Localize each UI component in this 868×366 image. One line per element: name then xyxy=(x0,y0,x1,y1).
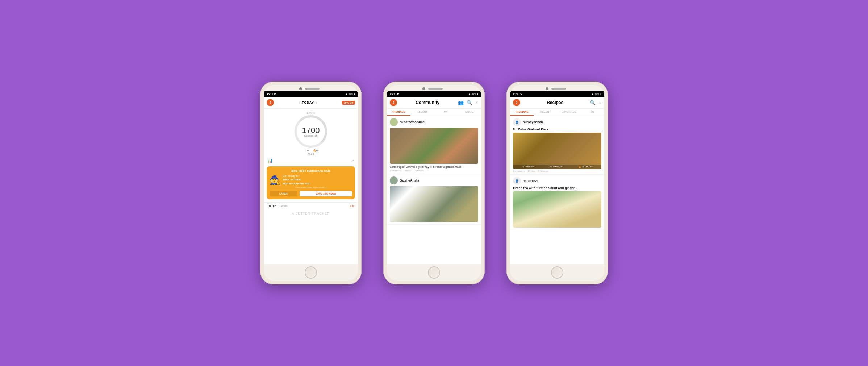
promo-header-badge[interactable]: 30% Off xyxy=(342,101,355,105)
calorie-label: Calories left xyxy=(302,134,320,137)
promo-box: 30% OFF! Halloween Sale 🧙 Get ready for … xyxy=(267,166,355,199)
add-icon[interactable]: + xyxy=(475,100,478,105)
post-user: GizelleAnahi xyxy=(390,176,478,184)
status-bar: 4:21 PM ▲ 85% ▮ xyxy=(387,91,481,97)
calorie-section: 1700 ⊙ 1700 Calories left 🍴0 🔥0 Net 0 xyxy=(264,109,358,157)
battery-icon: ▮ xyxy=(600,93,601,95)
recipes-header-icons: 🔍 + xyxy=(590,100,601,105)
tab-my[interactable]: MY xyxy=(581,109,604,116)
recipe-likes[interactable]: 10 likes xyxy=(528,170,535,172)
battery-text: 85% xyxy=(349,93,353,95)
recipe-serves: 🍽 Serves 16~ xyxy=(550,166,563,168)
speaker xyxy=(551,88,566,90)
intake-icon: 🍴0 xyxy=(304,149,309,152)
recipe-username[interactable]: motorrez1 xyxy=(523,179,539,183)
promo-fine-print: Limited time offer, expires Oct 31 xyxy=(270,187,352,189)
wifi-icon: ▲ xyxy=(468,93,471,95)
tab-trending[interactable]: TRENDING xyxy=(387,109,410,116)
post-likes[interactable]: 4 likes xyxy=(405,170,411,172)
burned-icon: 🔥0 xyxy=(313,149,318,152)
tab-favorites[interactable]: FAVORITES xyxy=(557,109,581,116)
phone-recipes: 4:21 PM ▲ 85% ▮ J Recipes 🔍 + TRENDING R… xyxy=(506,82,608,284)
tab-trending[interactable]: TRENDING xyxy=(510,109,534,116)
recipe-image: ⏱ 15 minutes 🍽 Serves 16~ 🔥 240 cal / sr… xyxy=(513,133,601,169)
recipe-title: No Bake Workout Bars xyxy=(513,128,601,131)
recipe-user: 👤 nurseyannah xyxy=(513,118,601,126)
community-header-icons: 👥 🔍 + xyxy=(458,100,478,105)
search-icon[interactable]: 🔍 xyxy=(590,100,596,105)
post-image xyxy=(390,128,478,164)
phone-bottom xyxy=(264,264,358,281)
recipe-avatar: 👤 xyxy=(513,118,521,126)
later-button[interactable]: LATER xyxy=(270,191,297,196)
search-icon[interactable]: 🔍 xyxy=(467,100,472,105)
calorie-goal-label: 1700 ⊙ xyxy=(306,112,315,115)
promo-text: Get ready for Trick or Treat with Fooduc… xyxy=(283,174,310,186)
footer-left: TODAY Details xyxy=(267,205,287,207)
status-time: 4:21 PM xyxy=(267,93,276,95)
tracker-footer: TODAY Details Edit xyxy=(264,202,358,209)
tab-my[interactable]: MY xyxy=(434,109,458,116)
post-username[interactable]: cupofcoffee4me xyxy=(400,120,425,124)
post-username[interactable]: GizelleAnahi xyxy=(400,179,419,182)
status-icons: ▲ 85% ▮ xyxy=(345,93,355,95)
community-post: cupofcoffee4me Garlic Pepper Stirfry is … xyxy=(387,116,481,174)
nav-right-arrow[interactable]: › xyxy=(316,101,317,105)
tracker-screen: J ‹ TODAY › 30% Off 1700 ⊙ 1700 Calorie xyxy=(264,97,358,264)
home-button[interactable] xyxy=(305,266,317,279)
phone-top-bar xyxy=(387,85,481,91)
calorie-number: 1700 xyxy=(302,126,320,134)
post-meta: 2 comments 4 likes 1 followers xyxy=(390,170,478,172)
recipe-image-overlay: ⏱ 15 minutes 🍽 Serves 16~ 🔥 240 cal / sr… xyxy=(513,165,601,169)
chart-icon[interactable]: 📊 xyxy=(267,158,273,163)
recipes-feed: 👤 nurseyannah No Bake Workout Bars ⏱ 15 … xyxy=(510,116,604,264)
tab-chats[interactable]: CHATS xyxy=(458,109,481,116)
witch-icon: 🧙 xyxy=(270,175,280,185)
nav-left-arrow[interactable]: ‹ xyxy=(299,101,300,105)
home-button[interactable] xyxy=(428,266,440,279)
recipe-title: Green tea with turmeric mint and ginger.… xyxy=(513,186,601,190)
user-avatar: J xyxy=(267,99,274,106)
recipe-username[interactable]: nurseyannah xyxy=(523,120,543,124)
recipe-user: 👤 motorrez1 xyxy=(513,177,601,185)
footer-details[interactable]: Details xyxy=(280,205,287,207)
user-avatar: J xyxy=(513,99,520,106)
status-time: 4:21 PM xyxy=(513,93,522,95)
post-avatar xyxy=(390,176,398,184)
people-icon[interactable]: 👥 xyxy=(458,100,464,105)
community-screen: J Community 👥 🔍 + TRENDING RECENT MY CHA… xyxy=(387,97,481,264)
phone-community: 4:21 PM ▲ 85% ▮ J Community 👥 🔍 + TRENDI… xyxy=(383,82,485,284)
save-button[interactable]: SAVE 30% NOW! xyxy=(300,191,352,196)
tab-recent[interactable]: RECENT xyxy=(410,109,434,116)
add-icon[interactable]: + xyxy=(598,100,601,105)
recipe-meta: 1 comments 10 likes 7 followers xyxy=(513,170,601,172)
wifi-icon: ▲ xyxy=(345,93,347,95)
calorie-ring: 1700 Calories left xyxy=(295,115,327,148)
home-button[interactable] xyxy=(551,266,563,279)
tracker-header: J ‹ TODAY › 30% Off xyxy=(264,97,358,109)
calorie-inner: 1700 Calories left xyxy=(302,126,320,137)
community-feed: cupofcoffee4me Garlic Pepper Stirfry is … xyxy=(387,116,481,264)
battery-icon: ▮ xyxy=(477,93,478,95)
wifi-icon: ▲ xyxy=(592,93,594,95)
post-followers[interactable]: 1 followers xyxy=(414,170,424,172)
phone-top-bar xyxy=(510,85,604,91)
share-icon[interactable]: ↗ xyxy=(351,158,354,163)
footer-edit[interactable]: Edit xyxy=(350,205,354,207)
promo-title: 30% OFF! Halloween Sale xyxy=(270,169,352,173)
tab-recent[interactable]: RECENT xyxy=(534,109,557,116)
recipe-comments[interactable]: 1 comments xyxy=(513,170,525,172)
speaker xyxy=(428,88,443,90)
recipe-image xyxy=(513,191,601,228)
post-avatar xyxy=(390,118,398,126)
front-camera xyxy=(422,87,425,90)
recipe-followers[interactable]: 7 followers xyxy=(538,170,548,172)
promo-buttons: LATER SAVE 30% NOW! xyxy=(270,191,352,196)
recipes-tabs: TRENDING RECENT FAVORITES MY xyxy=(510,109,604,116)
community-post: GizelleAnahi xyxy=(387,174,481,225)
status-bar: 4:21 PM ▲ 85% ▮ xyxy=(264,91,358,97)
front-camera xyxy=(299,87,302,90)
post-comments[interactable]: 2 comments xyxy=(390,170,402,172)
date-nav: ‹ TODAY › xyxy=(299,101,317,105)
post-caption: Garlic Pepper Stirfry is a great way to … xyxy=(390,165,478,169)
